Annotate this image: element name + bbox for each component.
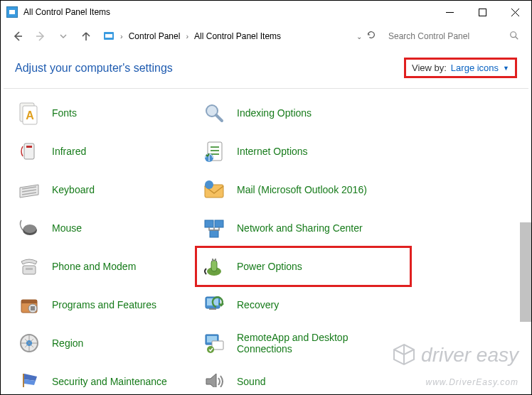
item-internet[interactable]: Internet Options [201,137,379,166]
nav-bar: › Control Panel › All Control Panel Item… [1,23,531,49]
chevron-right-icon[interactable]: › [184,32,190,40]
item-label: Phone and Modem [52,261,136,272]
mail-icon [201,177,227,202]
item-label: Mouse [52,222,82,234]
svg-rect-26 [210,230,218,237]
fonts-icon: AA [16,100,42,126]
view-by-label: View by: [412,63,447,73]
svg-rect-1 [479,9,486,16]
item-label: Network and Sharing Center [237,222,363,234]
address-bar[interactable]: › Control Panel › All Control Panel Item… [99,27,353,45]
item-label: Infrared [52,146,86,157]
programs-icon [16,292,42,318]
remoteapp-icon [201,330,227,356]
view-by-control[interactable]: View by: Large icons ▼ [404,58,517,78]
sound-icon [201,369,227,387]
security-icon [16,369,42,387]
view-by-value: Large icons [451,63,499,73]
svg-rect-39 [209,308,216,310]
item-label: Sound [237,376,265,387]
network-icon [201,215,227,241]
svg-rect-30 [211,260,217,271]
item-label: Mail (Microsoft Outlook 2016) [237,184,367,195]
forward-button[interactable] [31,26,50,46]
back-button[interactable] [8,26,28,46]
breadcrumb-leaf[interactable]: All Control Panel Items [194,31,281,41]
dropdown-icon: ▼ [503,65,509,72]
mouse-icon [16,215,42,241]
close-button[interactable] [499,1,531,23]
svg-rect-17 [26,146,32,148]
svg-rect-24 [205,220,213,227]
svg-line-9 [516,36,518,39]
search-icon[interactable] [509,31,519,43]
breadcrumb-root[interactable]: Control Panel [129,31,181,41]
svg-rect-34 [21,300,37,303]
item-security[interactable]: Security and Maintenance [16,367,194,387]
power-icon [201,254,227,279]
up-button[interactable] [76,26,96,46]
page-heading: Adjust your computer's settings [15,62,173,75]
infrared-icon [16,139,42,164]
refresh-icon[interactable] [366,30,376,43]
item-label: Fonts [52,107,77,119]
recovery-icon [201,292,227,318]
item-indexing[interactable]: Indexing Options [201,99,379,127]
keyboard-icon [16,177,42,202]
item-label: Recovery [237,299,279,310]
svg-text:A: A [26,109,34,121]
indexing-icon [201,100,227,126]
item-programs[interactable]: Programs and Features [16,291,194,319]
svg-point-45 [207,346,214,353]
item-fonts[interactable]: AA Fonts [16,99,194,127]
window-title: All Control Panel Items [23,7,433,17]
internet-icon [201,139,227,164]
item-power[interactable]: Power Options [195,246,412,287]
item-label: Internet Options [237,146,308,157]
svg-rect-7 [105,34,112,38]
region-icon [16,330,42,356]
item-label: Keyboard [52,184,95,195]
item-label: RemoteApp and Desktop Connections [237,332,379,355]
svg-point-8 [511,31,516,37]
search-input[interactable] [387,31,509,42]
item-phone[interactable]: Phone and Modem [16,252,194,281]
svg-rect-25 [215,220,223,227]
search-box[interactable] [382,27,524,45]
chevron-right-icon[interactable]: › [119,32,124,40]
svg-point-23 [23,224,36,233]
recent-dropdown[interactable] [53,26,73,46]
maximize-button[interactable] [466,1,499,23]
svg-rect-36 [31,306,35,310]
item-recovery[interactable]: Recovery [201,291,379,319]
item-region[interactable]: Region [16,329,194,357]
scrollbar-thumb[interactable] [520,222,531,322]
item-label: Security and Maintenance [52,376,167,387]
item-remoteapp[interactable]: RemoteApp and Desktop Connections [201,329,379,357]
item-mail[interactable]: Mail (Microsoft Outlook 2016) [201,175,379,204]
item-network[interactable]: Network and Sharing Center [201,214,379,242]
item-keyboard[interactable]: Keyboard [16,175,194,204]
svg-rect-32 [215,259,216,261]
item-mouse[interactable]: Mouse [16,214,194,242]
address-dropdown-icon[interactable]: ⌄ [356,33,362,40]
control-panel-icon [103,31,115,42]
item-label: Region [52,337,83,349]
item-label: Programs and Features [52,299,156,310]
item-infrared[interactable]: Infrared [16,137,194,166]
minimize-button[interactable] [433,1,466,23]
item-label: Power Options [237,261,302,272]
svg-rect-28 [26,268,33,270]
item-label: Indexing Options [237,107,312,119]
item-sound[interactable]: Sound [201,367,379,387]
items-grid: AA Fonts Indexing Options Infrared Inter… [1,89,531,387]
svg-rect-31 [212,259,213,261]
control-panel-icon [6,6,18,18]
svg-point-21 [205,180,213,189]
phone-icon [16,254,42,279]
title-bar: All Control Panel Items [1,1,531,23]
svg-line-15 [216,115,222,121]
